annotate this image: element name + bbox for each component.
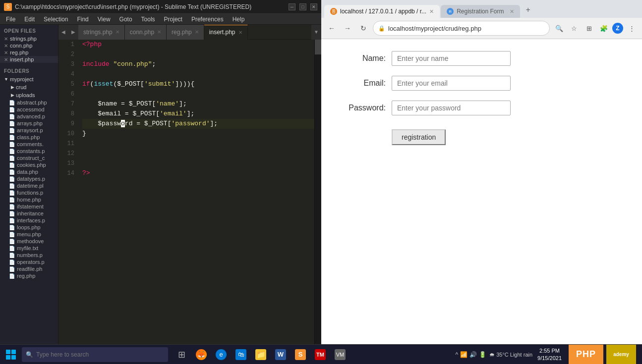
tab-overflow-button[interactable]: ▼ [311,25,321,40]
menu-preferences[interactable]: Preferences [187,15,228,24]
word-button[interactable]: W [271,345,290,364]
code-line-1: <?php [82,40,314,50]
maximize-button[interactable]: □ [299,3,306,10]
menu-help[interactable]: Help [229,15,249,24]
menu-selection[interactable]: Selection [40,15,72,24]
browser-tab-1[interactable]: 🗄 localhost / 127.0.0.1 / appdb / r... ✕ [324,5,440,18]
file-readfile[interactable]: 📄 readfile.ph [7,265,58,272]
address-bar[interactable]: 🔒 [373,21,550,36]
tray-network[interactable]: 📶 [460,351,467,358]
tab-close-conn[interactable]: ✕ [157,29,161,35]
password-row: Password: [341,101,622,115]
tray-battery[interactable]: 🔋 [479,351,486,358]
tab-next-button[interactable]: ▶ [68,25,78,40]
new-tab-button[interactable]: + [521,3,535,17]
folder-crud[interactable]: ▶ crud [7,83,58,91]
password-input[interactable] [392,101,511,115]
menu-dots-button[interactable]: ⋮ [625,22,638,35]
tray-chevron[interactable]: ^ [456,351,459,358]
browser-tab-2[interactable]: R Registration Form ✕ [441,5,520,18]
forward-button[interactable]: → [341,22,354,35]
refresh-button[interactable]: ↻ [357,22,370,35]
tab-prev-button[interactable]: ◀ [58,25,68,40]
browser-tab1-close[interactable]: ✕ [429,8,434,15]
firefox-button[interactable]: 🦊 [192,345,211,364]
chrome-avatar[interactable]: Z [612,23,623,34]
email-input[interactable] [392,76,511,91]
bookmark-star-button[interactable]: ☆ [568,22,581,35]
browser-tab2-close[interactable]: ✕ [510,8,514,15]
extensions-button[interactable]: 🧩 [597,22,610,35]
menu-tools[interactable]: Tools [137,15,159,24]
file-numbers[interactable]: 📄 numbers.p [7,252,58,259]
name-input[interactable] [392,51,511,66]
taskbar-search[interactable]: 🔍 [22,347,168,362]
tray-speaker[interactable]: 🔊 [469,351,477,358]
file-advanced[interactable]: 📄 advanced.p [7,113,58,120]
taskview-button[interactable]: ⊞ [172,345,191,364]
menu-file[interactable]: File [2,15,19,24]
edge-button[interactable]: e [212,345,231,364]
search-input[interactable] [36,351,164,358]
tab-close-insert[interactable]: ✕ [238,30,242,35]
file-cookies[interactable]: 📄 cookies.php [7,161,58,168]
close-button[interactable]: ✕ [310,3,317,10]
zoom-button[interactable]: 🔍 [553,22,566,35]
file-datatypes[interactable]: 📄 datatypes.p [7,175,58,182]
file-ifstatement[interactable]: 📄 ifstatement [7,203,58,210]
vmware-button[interactable]: VM [331,345,350,364]
file-functions[interactable]: 📄 functions.p [7,189,58,196]
name-label: Name: [341,54,386,63]
file-class[interactable]: 📄 class.php [7,134,58,141]
url-input[interactable] [388,25,544,32]
file-reg[interactable]: 📄 reg.php [7,272,58,279]
file-menu[interactable]: 📄 menu.php [7,231,58,238]
file-interfaces[interactable]: 📄 interfaces.p [7,217,58,224]
code-content[interactable]: <?php include "conn.php"; if(isset($_POS… [78,40,314,353]
tab-close-reg[interactable]: ✕ [195,29,199,35]
menu-view[interactable]: View [94,15,115,24]
sidebar-item-conn[interactable]: ✕ conn.php [0,42,58,49]
menu-edit[interactable]: Edit [20,15,39,24]
folder-uploads[interactable]: ▶ uploads [7,91,58,99]
minimize-button[interactable]: ─ [289,3,295,10]
sidebar-item-reg[interactable]: ✕ reg.php [0,49,58,56]
tab-insert[interactable]: insert.php ✕ [204,25,248,40]
sidebar-item-strings[interactable]: ✕ strings.php [0,35,58,42]
menu-project[interactable]: Project [160,15,186,24]
file-methodove[interactable]: 📄 methodove [7,238,58,245]
menu-goto[interactable]: Goto [116,15,136,24]
file-inheritance[interactable]: 📄 inheritance [7,210,58,217]
file-construct[interactable]: 📄 construct_c [7,155,58,161]
file-operators[interactable]: 📄 operators.p [7,259,58,265]
sublime-button[interactable]: S [291,345,310,364]
system-clock[interactable]: 2:55 PM 9/15/2021 [535,347,564,362]
tab-conn[interactable]: conn.php ✕ [125,25,167,40]
taskmanager-button[interactable]: TM [311,345,330,364]
profile-button[interactable]: ⊞ [583,22,595,35]
tab-reg[interactable]: reg.php ✕ [167,25,204,40]
file-home[interactable]: 📄 home.php [7,196,58,203]
back-button[interactable]: ← [325,22,338,35]
file-loops[interactable]: 📄 loops.php [7,224,58,231]
tab-strings[interactable]: strings.php ✕ [78,25,125,40]
file-comments[interactable]: 📄 comments. [7,141,58,148]
weather-widget[interactable]: 🌧 35°C Light rain [489,352,532,358]
folder-myproject[interactable]: ▼ myproject [0,75,58,83]
start-button[interactable] [2,346,20,364]
file-myfile[interactable]: 📄 myfile.txt [7,245,58,252]
menu-find[interactable]: Find [73,15,92,24]
file-accessmod[interactable]: 📄 accessmod [7,106,58,113]
file-arrays[interactable]: 📄 arrays.php [7,120,58,127]
file-abstract[interactable]: 📄 abstract.php [7,99,58,106]
tab-close-strings[interactable]: ✕ [116,29,119,35]
registration-button[interactable]: registration [392,129,446,145]
code-editor[interactable]: 1 2 3 4 5 6 7 8 9 10 11 12 13 14 <?php [58,40,321,353]
file-arraysort[interactable]: 📄 arraysort.p [7,127,58,134]
file-datetime[interactable]: 📄 datetime.pl [7,182,58,189]
store-button[interactable]: 🛍 [232,345,250,364]
file-constants[interactable]: 📄 constants.p [7,148,58,155]
file-data[interactable]: 📄 data.php [7,168,58,175]
explorer-button[interactable]: 📁 [251,345,270,364]
sidebar-item-insert[interactable]: ✕ insert.php [0,56,58,63]
